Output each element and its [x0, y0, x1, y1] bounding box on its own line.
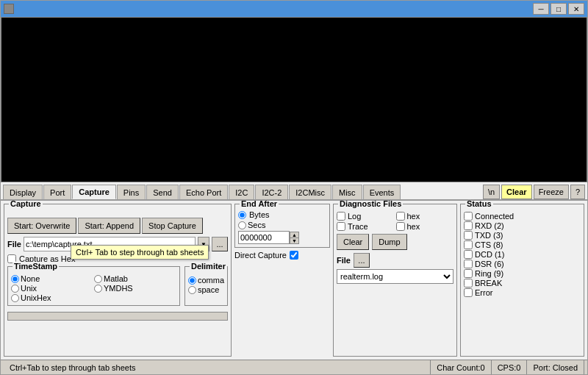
statusbar-message: Ctrl+Tab to step through tab sheets	[4, 360, 431, 374]
stop-capture-button[interactable]: Stop Capture	[142, 218, 203, 234]
hex1-check-item: hex	[396, 212, 454, 221]
ring-checkbox[interactable]	[464, 269, 473, 278]
cts-label: CTS (8)	[475, 240, 503, 249]
direct-capture-checkbox[interactable]	[290, 251, 298, 260]
rxd-checkbox[interactable]	[464, 221, 473, 230]
tab-display[interactable]: Display	[3, 185, 43, 199]
trace-label: Trace	[348, 222, 368, 231]
diag-check-row1: Log hex Trace hex	[337, 212, 453, 231]
ts-matlab-radio[interactable]	[94, 275, 102, 283]
close-button[interactable]: ✕	[568, 3, 584, 15]
end-after-up-arrow[interactable]: ▲	[290, 232, 298, 238]
diagnostic-inner: Log hex Trace hex	[337, 212, 453, 284]
diag-dump-button[interactable]: Dump	[372, 234, 406, 250]
app-icon	[4, 4, 14, 14]
error-checkbox[interactable]	[464, 288, 473, 297]
ts-matlab-label: Matlab	[104, 274, 128, 283]
ts-unix-label: Unix	[21, 284, 37, 293]
diag-browse-button[interactable]: ...	[354, 253, 370, 268]
tab-i2c[interactable]: I2C	[229, 185, 254, 199]
dcd-checkbox[interactable]	[464, 250, 473, 259]
hex2-checkbox[interactable]	[396, 222, 405, 231]
status-txd: TXD (3)	[464, 231, 581, 240]
start-overwrite-button[interactable]: Start: Overwrite	[7, 218, 76, 234]
tab-misc[interactable]: Misc	[332, 185, 362, 199]
maximize-button[interactable]: □	[551, 3, 567, 15]
trace-checkbox[interactable]	[337, 222, 345, 231]
hex1-checkbox[interactable]	[396, 212, 405, 221]
end-after-value-input[interactable]	[238, 231, 290, 244]
end-after-bytes-radio[interactable]	[238, 211, 246, 219]
file-label: File	[7, 240, 21, 249]
title-bar-controls: ─ □ ✕	[533, 3, 584, 15]
log-label: Log	[348, 212, 361, 221]
clear-button[interactable]: Clear	[501, 185, 532, 199]
tab-echoport[interactable]: Echo Port	[179, 185, 228, 199]
newline-button[interactable]: \n	[483, 185, 500, 199]
end-after-bytes-label: Bytes	[249, 210, 270, 219]
end-after-down-arrow[interactable]: ▼	[290, 238, 298, 243]
end-after-bytes-row: Bytes	[238, 210, 326, 219]
tab-actions: \n Clear Freeze ?	[483, 185, 585, 199]
status-dsr: DSR (6)	[464, 260, 581, 268]
file-browse-button[interactable]: ...	[212, 237, 228, 251]
ts-none-row: None	[11, 274, 93, 283]
main-window: ─ □ ✕ Display Port Capture Pins Send Ech…	[0, 0, 588, 375]
ts-ymdhs-label: YMDHS	[104, 284, 133, 293]
status-ring: Ring (9)	[464, 269, 581, 278]
tab-pins[interactable]: Pins	[117, 185, 146, 199]
direct-capture-label: Direct Capture	[234, 251, 287, 260]
dcd-label: DCD (1)	[475, 250, 504, 259]
minimize-button[interactable]: ─	[533, 3, 549, 15]
ts-unix-radio[interactable]	[11, 285, 19, 293]
tab-bar: Display Port Capture Pins Send Echo Port…	[1, 182, 587, 201]
diag-file-select[interactable]: realterm.log	[337, 269, 453, 284]
start-append-button[interactable]: Start: Append	[78, 218, 140, 234]
ts-ymdhs-radio[interactable]	[94, 285, 102, 293]
hex2-check-item: hex	[396, 222, 454, 231]
ts-ymdhs-row: YMDHS	[94, 284, 176, 293]
end-after-secs-radio[interactable]	[238, 221, 246, 229]
tab-events[interactable]: Events	[363, 185, 401, 199]
tab-i2cmisc[interactable]: I2CMisc	[289, 185, 331, 199]
status-error: Error	[464, 288, 581, 297]
connected-checkbox[interactable]	[464, 212, 473, 221]
status-break: BREAK	[464, 279, 581, 288]
ts-none-label: None	[21, 274, 40, 283]
break-checkbox[interactable]	[464, 279, 473, 288]
txd-checkbox[interactable]	[464, 231, 473, 240]
ts-none-radio[interactable]	[11, 275, 19, 283]
progress-bar	[7, 312, 228, 321]
title-bar-left	[4, 4, 14, 14]
statusbar-charcount: Char Count:0	[431, 360, 491, 374]
delim-space-radio[interactable]	[188, 286, 196, 294]
status-panel: Status Connected RXD (2) TXD (3)	[460, 204, 584, 357]
txd-label: TXD (3)	[475, 231, 503, 240]
trace-check-item: Trace	[337, 222, 395, 231]
end-after-panel: End After Bytes Secs ▲ ▼	[234, 204, 330, 248]
log-checkbox[interactable]	[337, 212, 345, 221]
status-panel-label: Status	[465, 201, 493, 208]
cts-checkbox[interactable]	[464, 240, 473, 249]
tab-port[interactable]: Port	[43, 185, 71, 199]
right-panels: Diagnostic Files Log hex Tra	[333, 204, 584, 357]
ts-unixhex-radio[interactable]	[11, 294, 19, 302]
status-cts: CTS (8)	[464, 240, 581, 249]
log-check-item: Log	[337, 212, 395, 221]
diag-clear-button[interactable]: Clear	[337, 234, 369, 250]
delim-comma-radio[interactable]	[188, 276, 196, 285]
ts-unixhex-label: UnixHex	[21, 293, 51, 302]
status-bar: Ctrl+Tab to step through tab sheets Char…	[1, 360, 587, 374]
delimiter-panel: Delimiter comma space	[184, 266, 228, 306]
tab-i2c2[interactable]: I2C-2	[255, 185, 288, 199]
statusbar-port: Port: Closed	[527, 360, 584, 374]
dsr-checkbox[interactable]	[464, 260, 473, 268]
bottom-section: TimeStamp None Matlab	[7, 266, 228, 306]
hex1-label: hex	[407, 212, 420, 221]
help-button[interactable]: ?	[570, 185, 585, 199]
tab-capture[interactable]: Capture	[72, 185, 116, 199]
status-dcd: DCD (1)	[464, 250, 581, 259]
tab-send[interactable]: Send	[146, 185, 179, 199]
delimiter-label: Delimiter	[190, 262, 227, 271]
freeze-button[interactable]: Freeze	[534, 185, 569, 199]
